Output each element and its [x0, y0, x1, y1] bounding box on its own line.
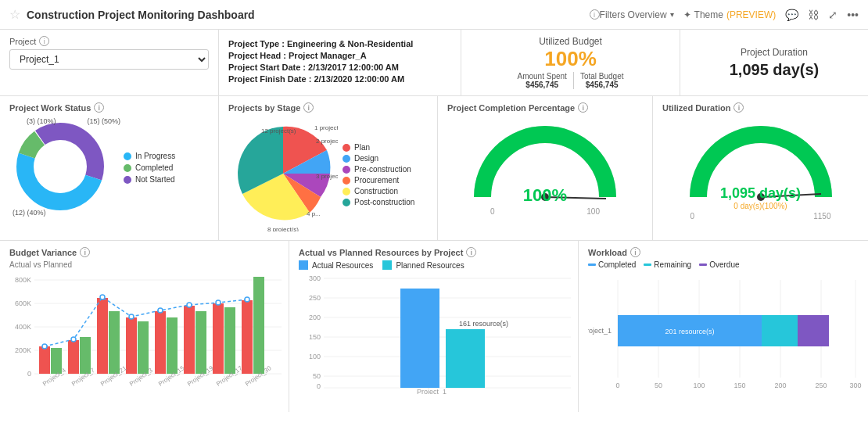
legend-completed: Completed [124, 163, 175, 172]
plan-dot [343, 144, 350, 152]
svg-point-40 [42, 344, 47, 349]
legend-not-started: Not Started [124, 175, 175, 184]
duration-info-icon: i [733, 102, 744, 113]
donut-container: (3) (10%) (15) (50%) (12) (40%) In Progr… [9, 116, 209, 220]
duration-gauge: 1,095 day(s) 0 day(s)(100%) 0 1150 [662, 119, 859, 220]
stage-legend: Plan Design Pre-construction Procurement… [343, 143, 414, 206]
work-status-cell: Project Work Status i (3) (10%) (15) (50… [0, 96, 219, 240]
theme-label: Theme [694, 9, 723, 20]
more-options-icon[interactable]: ••• [847, 9, 859, 21]
page-title: Construction Project Monitoring Dashboar… [27, 9, 590, 21]
svg-text:200: 200 [309, 314, 321, 321]
stage-pie-wrapper: 12 project(s) 1 project(s) 2 project(s) … [228, 116, 338, 234]
design-dot [343, 155, 350, 163]
svg-text:400K: 400K [15, 323, 31, 331]
svg-text:201 resource(s): 201 resource(s) [665, 328, 714, 335]
svg-text:50: 50 [313, 372, 321, 380]
wl-remaining-dot [644, 264, 651, 266]
svg-text:150: 150 [733, 382, 745, 389]
avp-svg: 300 250 200 150 100 50 0 161 resource(s)… [299, 273, 572, 394]
expand-icon[interactable]: ⤢ [828, 9, 838, 21]
share-icon[interactable]: ⛓ [808, 9, 819, 21]
work-status-title: Project Work Status i [9, 102, 209, 113]
project-select[interactable]: Project_1 [9, 49, 209, 70]
in-progress-dot [124, 152, 131, 160]
svg-rect-35 [195, 311, 206, 374]
svg-point-41 [71, 337, 76, 342]
duration-gauge-main: 1,095 day(s) [720, 185, 801, 202]
workload-info-icon: i [630, 247, 640, 257]
planned-legend-avp: Planned Resources [382, 260, 464, 270]
svg-text:0: 0 [27, 370, 31, 378]
star-icon[interactable]: ☆ [9, 7, 20, 22]
svg-text:250: 250 [815, 382, 827, 389]
theme-preview-label: (PREVIEW) [726, 9, 776, 20]
project-head-line: Project Head : Project Manager_A [228, 51, 451, 60]
svg-text:150: 150 [309, 333, 321, 341]
filters-label: Filters Overview [600, 9, 667, 20]
svg-rect-26 [68, 340, 79, 374]
svg-rect-36 [213, 303, 224, 374]
budget-variance-svg: 800K 600K 400K 200K 0 [9, 271, 283, 403]
variance-subtitle: Actual vs Planned [9, 260, 279, 269]
completion-gauge: 100% 0 100 [447, 119, 643, 216]
projects-by-stage-cell: Projects by Stage i [219, 96, 438, 240]
wl-completed-legend: Completed [588, 260, 636, 269]
svg-text:100: 100 [309, 353, 321, 360]
budget-variance-cell: Budget Variance i Actual vs Planned 800K… [0, 241, 289, 412]
filters-overview-button[interactable]: Filters Overview ▾ [600, 9, 674, 20]
variance-info-icon: i [80, 247, 90, 257]
svg-point-45 [187, 303, 192, 307]
wl-remaining-legend: Remaining [644, 260, 691, 269]
duration-gauge-sub: 0 day(s)(100%) [720, 202, 801, 210]
project-info-icon: i [39, 36, 49, 46]
postconstruction-legend: Post-construction [343, 198, 414, 206]
wl-completed-dot [588, 264, 596, 266]
svg-point-46 [216, 300, 221, 305]
procurement-dot [343, 177, 350, 185]
svg-text:1 project(s): 1 project(s) [314, 124, 338, 131]
total-budget: Total Budget $456,745 [574, 72, 630, 89]
svg-point-44 [158, 308, 163, 313]
stage-info-icon: i [303, 102, 314, 113]
actual-vs-planned-cell: Actual vs Planned Resources by Project i… [289, 241, 579, 412]
wl-overdue-dot [699, 264, 707, 266]
svg-text:200: 200 [774, 382, 786, 389]
svg-rect-37 [224, 307, 235, 374]
completion-title: Project Completion Percentage i [447, 102, 643, 113]
utilized-duration-title: Utilized Duration i [662, 102, 859, 113]
postconstruction-dot [343, 199, 350, 206]
donut-chart: (3) (10%) (15) (50%) (12) (40%) [9, 116, 111, 220]
svg-rect-24 [39, 346, 50, 374]
svg-rect-33 [167, 317, 178, 374]
svg-rect-90 [762, 315, 798, 346]
stage-chart-container: 12 project(s) 1 project(s) 2 project(s) … [228, 116, 428, 234]
legend-in-progress: In Progress [124, 152, 175, 160]
svg-text:3 project(s): 3 project(s) [316, 173, 338, 180]
svg-text:Project_1: Project_1 [417, 388, 447, 394]
plan-legend: Plan [343, 143, 414, 152]
utilized-duration-cell: Utilized Duration i 1,095 day(s) 0 day(s… [653, 96, 868, 240]
chat-icon[interactable]: 💬 [785, 9, 798, 21]
duration-cell: Project Duration 1,095 day(s) [680, 30, 868, 95]
svg-rect-71 [446, 329, 485, 388]
svg-rect-32 [155, 311, 166, 374]
svg-rect-28 [97, 298, 108, 374]
svg-rect-38 [242, 300, 253, 374]
budget-variance-title: Budget Variance i [9, 247, 279, 257]
label-not-started: (12) (40%) [13, 209, 46, 217]
wl-overdue-legend: Overdue [699, 260, 739, 269]
design-legend: Design [343, 154, 414, 163]
project-start-line: Project Start Date : 2/13/2017 12:00:00 … [228, 63, 451, 72]
svg-text:100: 100 [693, 382, 705, 389]
svg-point-3 [35, 142, 85, 192]
svg-rect-70 [400, 289, 439, 388]
theme-button[interactable]: ✦ Theme (PREVIEW) [683, 9, 777, 20]
actual-legend: Actual Resources [299, 260, 373, 270]
svg-rect-91 [798, 315, 829, 346]
chevron-down-icon: ▾ [670, 10, 674, 19]
completion-cell: Project Completion Percentage i 100% 0 1… [438, 96, 653, 240]
svg-text:8 project(s): 8 project(s) [267, 226, 299, 231]
construction-legend: Construction [343, 187, 414, 195]
project-finish-line: Project Finish Date : 2/13/2020 12:00:00… [228, 74, 451, 84]
